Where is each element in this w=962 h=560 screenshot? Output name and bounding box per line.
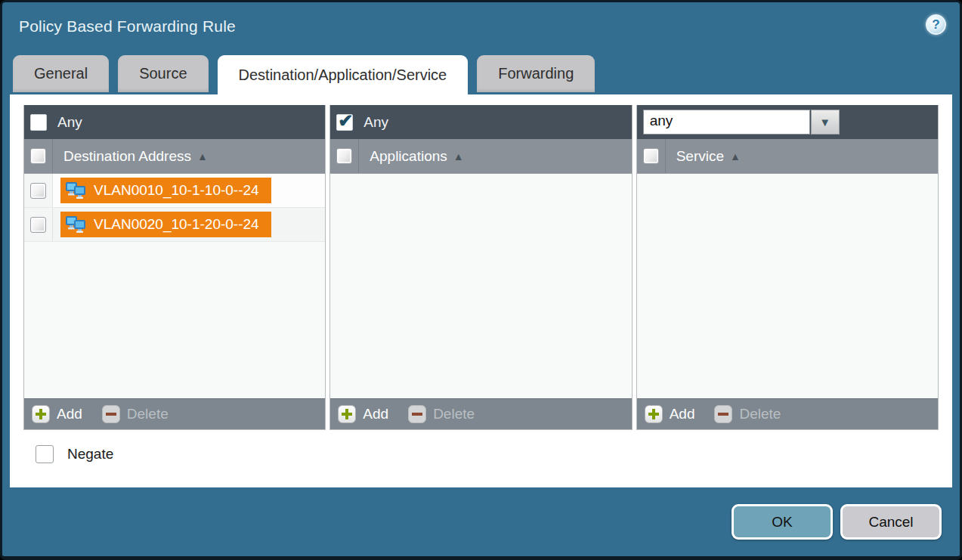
service-dropdown-value[interactable]: any	[643, 110, 810, 135]
applications-column: ✔ Any Applications ▲ Add Delete	[329, 105, 632, 430]
checkmark-icon: ✔	[338, 112, 353, 130]
add-button[interactable]: Add	[32, 405, 82, 423]
negate-checkbox[interactable]	[36, 445, 54, 463]
negate-row: Negate	[36, 445, 939, 463]
tab-content-panel: Any Destination Address ▲	[10, 94, 952, 487]
destination-address-header[interactable]: Destination Address ▲	[24, 139, 325, 174]
applications-toolbar: Add Delete	[330, 398, 631, 429]
network-icon	[65, 181, 88, 200]
tab-general[interactable]: General	[13, 55, 109, 92]
table-row[interactable]: VLAN0010_10-1-10-0--24	[24, 174, 325, 208]
service-header[interactable]: Service ▲	[637, 139, 938, 174]
destination-address-column: Any Destination Address ▲	[23, 105, 326, 430]
delete-button[interactable]: Delete	[714, 405, 781, 423]
applications-any-checkbox[interactable]: ✔	[336, 114, 353, 131]
destination-any-label: Any	[57, 114, 82, 131]
plus-icon	[645, 405, 663, 423]
minus-icon	[714, 405, 732, 423]
destination-address-list: VLAN0010_10-1-10-0--24	[24, 174, 325, 398]
help-icon[interactable]: ?	[926, 14, 946, 35]
dialog-titlebar: Policy Based Forwarding Rule ?	[2, 2, 960, 51]
applications-select-all-checkbox[interactable]	[336, 148, 352, 164]
sort-asc-icon[interactable]: ▲	[453, 150, 464, 162]
add-button[interactable]: Add	[338, 405, 388, 423]
destination-any-checkbox[interactable]	[30, 114, 47, 131]
tab-bar: General Source Destination/Application/S…	[13, 55, 949, 94]
dialog-title: Policy Based Forwarding Rule	[19, 17, 236, 36]
address-object-chip[interactable]: VLAN0010_10-1-10-0--24	[60, 178, 271, 203]
tab-destination-application-service[interactable]: Destination/Application/Service	[218, 55, 469, 94]
applications-list	[330, 174, 631, 398]
ok-button[interactable]: OK	[732, 504, 833, 540]
service-select-all-checkbox[interactable]	[643, 148, 659, 164]
plus-icon	[338, 405, 356, 423]
service-dropdown[interactable]: any ▼	[643, 110, 840, 135]
service-any-bar: any ▼	[637, 105, 938, 139]
applications-any-label: Any	[363, 114, 388, 131]
service-header-label: Service	[676, 148, 724, 165]
negate-label: Negate	[67, 446, 113, 463]
chevron-down-icon[interactable]: ▼	[811, 110, 840, 135]
tab-source[interactable]: Source	[118, 55, 208, 92]
applications-header-label: Applications	[370, 148, 447, 165]
add-button[interactable]: Add	[645, 405, 695, 423]
address-object-label: VLAN0010_10-1-10-0--24	[94, 182, 259, 199]
destination-address-header-label: Destination Address	[63, 148, 191, 165]
address-object-chip[interactable]: VLAN0020_10-1-20-0--24	[60, 212, 271, 237]
service-toolbar: Add Delete	[637, 398, 938, 429]
sort-asc-icon[interactable]: ▲	[730, 150, 741, 162]
service-column: any ▼ Service ▲ Add	[636, 105, 939, 430]
minus-icon	[408, 405, 426, 423]
address-object-label: VLAN0020_10-1-20-0--24	[94, 216, 259, 233]
destination-select-all-checkbox[interactable]	[30, 148, 46, 164]
network-icon	[65, 215, 88, 234]
tab-forwarding[interactable]: Forwarding	[477, 55, 595, 92]
row-checkbox[interactable]	[30, 217, 46, 233]
delete-button[interactable]: Delete	[408, 405, 475, 423]
policy-based-forwarding-dialog: Policy Based Forwarding Rule ? General S…	[0, 0, 962, 560]
destination-any-bar: Any	[24, 105, 325, 139]
dialog-footer: OK Cancel	[732, 504, 942, 540]
service-list	[637, 174, 938, 398]
destination-toolbar: Add Delete	[24, 398, 325, 429]
applications-any-bar: ✔ Any	[330, 105, 631, 139]
table-row[interactable]: VLAN0020_10-1-20-0--24	[24, 208, 325, 242]
cancel-button[interactable]: Cancel	[840, 504, 942, 540]
sort-asc-icon[interactable]: ▲	[197, 150, 208, 162]
applications-header[interactable]: Applications ▲	[330, 139, 631, 174]
selector-columns: Any Destination Address ▲	[23, 105, 939, 430]
row-checkbox[interactable]	[30, 183, 46, 199]
plus-icon	[32, 405, 50, 423]
delete-button[interactable]: Delete	[102, 405, 169, 423]
minus-icon	[102, 405, 120, 423]
